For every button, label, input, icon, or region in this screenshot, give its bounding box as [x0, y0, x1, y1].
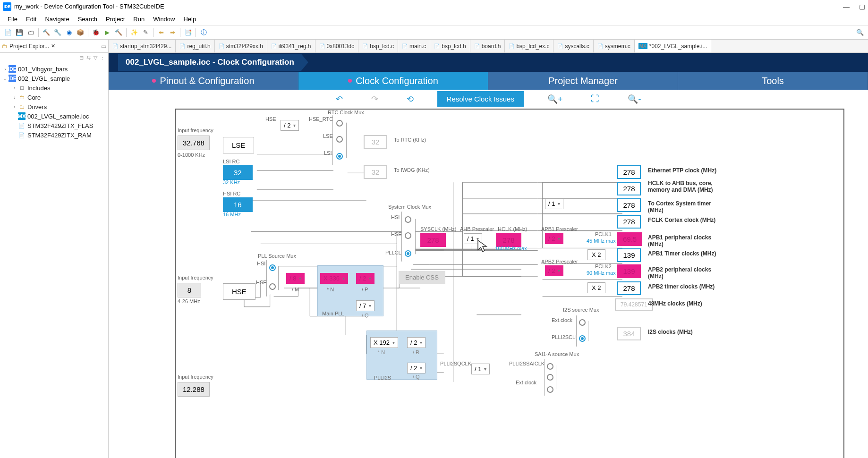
menu-search[interactable]: Search [74, 14, 101, 24]
editor-tab[interactable]: 📄bsp_lcd_ex.c [505, 40, 553, 52]
sys-mux-radio-hse[interactable] [405, 232, 411, 239]
info-icon[interactable]: ⓘ [198, 27, 209, 38]
wand-icon[interactable]: ✎ [140, 27, 151, 38]
cortex-div-select[interactable]: / 1 [545, 198, 563, 209]
plli2s-q-select[interactable]: / 2 [407, 363, 425, 373]
app-icon: IDE [3, 2, 11, 11]
editor-tab[interactable]: 📄sysmem.c [594, 40, 635, 52]
editor-tab[interactable]: 📄stm32f429xx.h [215, 40, 267, 52]
refresh-icon[interactable]: ⟲ [402, 92, 418, 106]
tab-clock[interactable]: Clock Configuration [298, 72, 488, 90]
clock-diagram[interactable]: Input frequency 32.768 0-1000 KHz Input … [175, 109, 844, 458]
enable-css-button[interactable]: Enable CSS [399, 271, 445, 284]
editor-tab-active[interactable]: MX*002_LVGL_sample.i... [635, 40, 712, 52]
editor-tab[interactable]: 📄ili9341_reg.h [267, 40, 315, 52]
fit-icon[interactable]: ⛶ [586, 92, 604, 106]
menu-edit[interactable]: Edit [22, 14, 40, 24]
search-icon[interactable]: ✨ [129, 27, 139, 38]
editor-tab[interactable]: 📄main.c [398, 40, 430, 52]
tree-item-ram[interactable]: 📄 STM32F429ZITX_RAM [0, 130, 108, 140]
sai-mux-radio-2[interactable] [547, 374, 553, 381]
menu-window[interactable]: Window [149, 14, 179, 24]
rtc-mux-radio-lse[interactable] [336, 136, 343, 143]
plli2s-r-select[interactable]: / 2 [407, 337, 425, 348]
zoom-out-icon[interactable]: 🔍- [623, 92, 646, 106]
sys-mux-radio-hsi[interactable] [405, 216, 411, 223]
editor-tab[interactable]: 📄bsp_lcd.c [358, 40, 398, 52]
pll-q-select[interactable]: / 7 [356, 300, 374, 311]
plli2s-n-select[interactable]: X 192 [370, 337, 398, 348]
sys-mux-radio-pll[interactable] [405, 250, 411, 257]
sidebar-min-icon[interactable]: ▭ [101, 43, 106, 50]
nav-fwd-icon[interactable]: ➡ [167, 27, 178, 38]
redo-icon[interactable]: ↷ [366, 92, 383, 106]
filter-icon[interactable]: ▽ [94, 55, 97, 61]
pll-m-select[interactable]: / 8 [286, 273, 305, 284]
sai-mux-radio-3[interactable] [547, 386, 553, 393]
rtc-mux-radio-hse[interactable] [336, 120, 343, 127]
editor-tab[interactable]: 📄reg_util.h [176, 40, 214, 52]
fclk-label: FCLK Cortex clock (MHz) [648, 217, 715, 223]
maximize-button[interactable]: ▢ [859, 3, 865, 10]
lse-freq-input[interactable]: 32.768 [178, 136, 210, 150]
build-icon[interactable]: 🔨 [41, 27, 51, 38]
editor-tab[interactable]: 📄0x80013dc [315, 40, 359, 52]
link-editor-icon[interactable]: ⇆ [86, 55, 91, 61]
tab-project-manager[interactable]: Project Manager [488, 72, 678, 90]
new-icon[interactable]: 📄 [3, 27, 13, 38]
i2s-mux-radio-pll[interactable] [579, 335, 586, 342]
menu-run[interactable]: Run [129, 14, 148, 24]
lse-osc: LSE [223, 137, 254, 153]
menu-project[interactable]: Project [102, 14, 128, 24]
build-config-icon[interactable]: 🔧 [52, 27, 63, 38]
target-icon[interactable]: ◉ [64, 27, 74, 38]
save-icon[interactable]: 💾 [14, 27, 25, 38]
undo-icon[interactable]: ↶ [331, 92, 348, 106]
pll-mux-radio-hsi[interactable] [269, 264, 276, 271]
save-all-icon[interactable]: 🗃 [26, 27, 36, 38]
debug-icon[interactable]: 🐞 [91, 27, 101, 38]
resolve-clock-button[interactable]: Resolve Clock Issues [437, 91, 524, 107]
sai-div-select[interactable]: / 1 [471, 364, 490, 374]
menu-help[interactable]: Help [179, 14, 200, 24]
pll-n-select[interactable]: X 336 [320, 273, 348, 284]
menu-navigate[interactable]: Navigate [41, 14, 73, 24]
collapse-all-icon[interactable]: ⊟ [79, 55, 84, 61]
editor-tab[interactable]: 📄syscalls.c [553, 40, 593, 52]
tree-item-includes[interactable]: ›⊞ Includes [0, 83, 108, 93]
sai-mux-radio-1[interactable] [547, 363, 553, 370]
tree-item-drivers[interactable]: ›🗀 Drivers [0, 102, 108, 111]
tree-item-ioc[interactable]: MX 002_LVGL_sample.ioc [0, 111, 108, 121]
tree-item-core[interactable]: ›🗀 Core [0, 93, 108, 102]
pll-mux-radio-hse[interactable] [269, 283, 276, 290]
hse-freq-input[interactable]: 8 [178, 283, 201, 297]
i2s-freq-input[interactable]: 12.288 [178, 382, 210, 397]
tree-item-002[interactable]: ⌄IDE 002_LVGL_sample [0, 74, 108, 83]
apb1-prescaler-select[interactable]: / 2 [545, 233, 563, 244]
toolbar-search-icon[interactable]: 🔍 [855, 27, 865, 38]
ahb-prescaler-select[interactable]: / 1 [464, 233, 482, 244]
tree-item-001[interactable]: ›IDE 001_Vibgyor_bars [0, 64, 108, 74]
hse-rtc-div-select[interactable]: / 2 [281, 120, 299, 131]
external-icon[interactable]: 🔨 [113, 27, 124, 38]
editor-tab[interactable]: 📄board.h [470, 40, 505, 52]
rtc-mux-radio-lsi[interactable] [336, 153, 343, 160]
sidebar-close-icon[interactable]: ✕ [51, 43, 55, 49]
tab-tools[interactable]: Tools [678, 72, 868, 90]
sdk-icon[interactable]: 📦 [75, 27, 85, 38]
zoom-in-icon[interactable]: 🔍+ [543, 92, 568, 106]
i2s-mux-radio-ext[interactable] [579, 319, 586, 326]
tab-pinout[interactable]: Pinout & Configuration [109, 72, 298, 90]
run-icon[interactable]: ▶ [102, 27, 112, 38]
minimize-button[interactable]: — [843, 3, 850, 10]
pll-p-select[interactable]: / 2 [356, 273, 374, 284]
main-pll-label: Main PLL [322, 311, 344, 316]
editor-tab[interactable]: 📄bsp_lcd.h [430, 40, 470, 52]
nav-back-icon[interactable]: ⬅ [156, 27, 166, 38]
view-menu-icon[interactable]: ⋮ [100, 55, 105, 61]
menu-file[interactable]: File [4, 14, 21, 24]
apb2-prescaler-select[interactable]: / 2 [545, 265, 563, 276]
tree-item-flash[interactable]: 📄 STM32F429ZITX_FLAS [0, 121, 108, 130]
editor-tab[interactable]: 📄startup_stm32f429... [109, 40, 176, 52]
open-type-icon[interactable]: 📑 [183, 27, 193, 38]
